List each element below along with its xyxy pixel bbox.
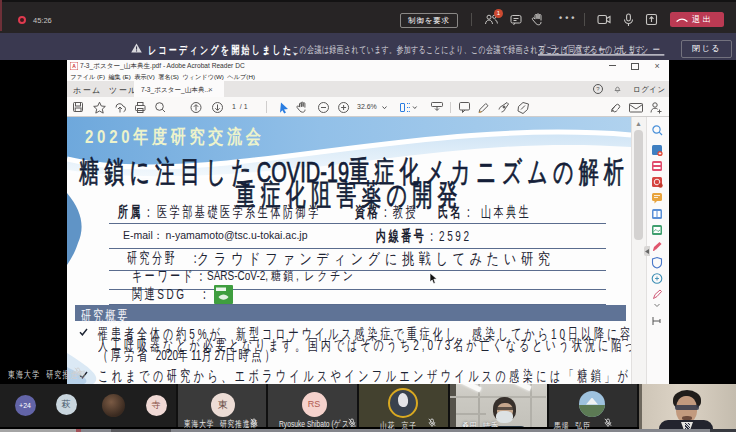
svg-text:A: A [72, 63, 76, 69]
